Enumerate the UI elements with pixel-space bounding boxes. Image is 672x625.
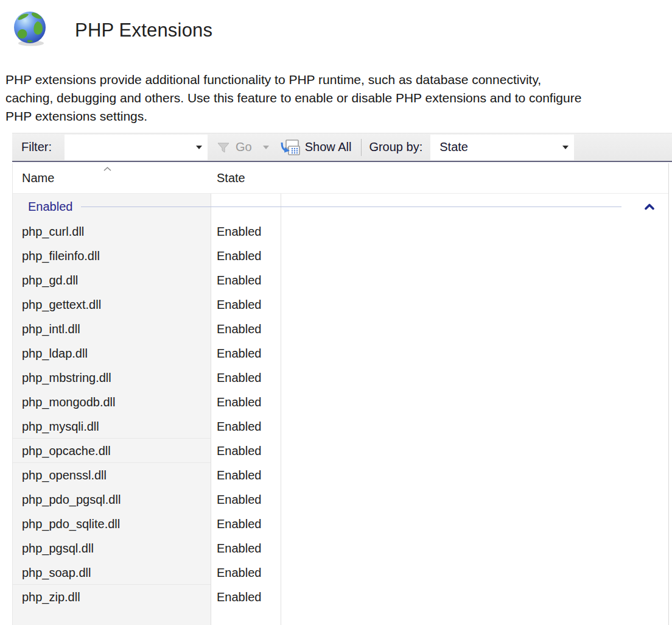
extension-state: Enabled [211,487,281,512]
group-header-enabled[interactable]: Enabled [13,194,668,219]
extension-state: Enabled [211,317,281,341]
extension-state: Enabled [211,512,281,536]
table-row[interactable]: php_fileinfo.dllEnabled [13,244,668,268]
table-row[interactable]: php_ldap.dllEnabled [13,341,668,365]
extension-state: Enabled [211,268,281,292]
table-rows: php_curl.dllEnabledphp_fileinfo.dllEnabl… [13,219,668,609]
extension-name: php_fileinfo.dll [13,244,211,268]
extension-name: php_pdo_pgsql.dll [13,487,211,512]
extension-state: Enabled [211,219,281,244]
extension-name: php_soap.dll [13,560,211,585]
table-row[interactable]: php_soap.dllEnabled [13,560,668,585]
group-label: Enabled [28,200,72,214]
extension-state: Enabled [211,536,281,560]
show-all-label: Show All [305,140,352,154]
extension-state: Enabled [211,390,281,414]
table-row[interactable]: php_pdo_pgsql.dllEnabled [13,487,668,512]
extension-name: php_pdo_sqlite.dll [13,512,211,536]
show-all-button[interactable]: Show All [280,138,352,157]
page-header: PHP Extensions [11,9,212,48]
extension-name: php_mysqli.dll [13,414,211,439]
description-line: caching, debugging and others. Use this … [5,89,669,107]
table-row[interactable]: php_opcache.dllEnabled [13,439,668,463]
table-row[interactable]: php_openssl.dllEnabled [13,463,668,487]
extension-name: php_mbstring.dll [13,365,211,390]
table-row[interactable]: php_gettext.dllEnabled [13,292,668,317]
filter-input[interactable] [65,135,189,160]
page-title: PHP Extensions [75,19,212,41]
filter-funnel-icon [216,140,231,155]
group-divider-line [81,207,621,207]
extension-state: Enabled [211,439,281,463]
table-row[interactable]: php_mbstring.dllEnabled [13,365,668,390]
table-row[interactable]: php_curl.dllEnabled [13,219,668,244]
group-by-dropdown[interactable]: State [430,135,574,160]
extension-name: php_ldap.dll [13,341,211,365]
feature-description: PHP extensions provide additional functi… [5,71,669,125]
table-row[interactable]: php_intl.dllEnabled [13,317,668,341]
table-row[interactable]: php_gd.dllEnabled [13,268,668,292]
table-row[interactable]: php_pgsql.dllEnabled [13,536,668,560]
extension-state: Enabled [211,365,281,390]
column-header-label: Name [22,171,54,185]
extension-state: Enabled [211,414,281,439]
toolbar-separator [361,139,362,156]
extension-state: Enabled [211,585,281,609]
column-header-name[interactable]: Name [13,163,211,193]
extension-state: Enabled [211,244,281,268]
extension-name: php_mongodb.dll [13,390,211,414]
table-row[interactable]: php_zip.dllEnabled [13,585,668,609]
group-by-label: Group by: [369,140,422,154]
go-dropdown-chevron-icon[interactable] [263,146,269,149]
extension-state: Enabled [211,560,281,585]
go-button[interactable]: Go [216,140,252,155]
extension-name: php_curl.dll [13,219,211,244]
sort-ascending-icon [103,166,112,172]
extension-name: php_pgsql.dll [13,536,211,560]
chevron-down-icon[interactable] [562,146,569,149]
extension-state: Enabled [211,292,281,317]
collapse-group-icon[interactable] [644,203,655,210]
extension-name: php_gd.dll [13,268,211,292]
group-by-selected-value: State [430,140,468,154]
extension-name: php_openssl.dll [13,463,211,487]
extension-name: php_gettext.dll [13,292,211,317]
column-header-label: State [217,171,245,185]
description-line: PHP extensions provide additional functi… [5,71,669,89]
go-button-label: Go [236,140,252,154]
column-header-state[interactable]: State [211,163,281,193]
show-all-icon [280,138,301,157]
extension-state: Enabled [211,463,281,487]
extension-state: Enabled [211,341,281,365]
list-toolbar: Filter: Go Show All Group by: State [12,133,672,162]
table-row[interactable]: php_mysqli.dllEnabled [13,414,668,439]
extension-name: php_opcache.dll [13,439,211,463]
table-row[interactable]: php_mongodb.dllEnabled [13,390,668,414]
table-row[interactable]: php_pdo_sqlite.dllEnabled [13,512,668,536]
table-header-row: Name State [13,163,668,194]
globe-icon [11,9,50,48]
extension-name: php_zip.dll [13,585,211,609]
filter-combobox[interactable] [65,135,208,160]
extension-name: php_intl.dll [13,317,211,341]
chevron-down-icon[interactable] [196,146,202,149]
description-line: PHP extensions settings. [5,107,669,125]
extensions-list: Name State Enabled php_curl.dllEnabledph… [12,163,669,625]
filter-label: Filter: [21,140,52,154]
